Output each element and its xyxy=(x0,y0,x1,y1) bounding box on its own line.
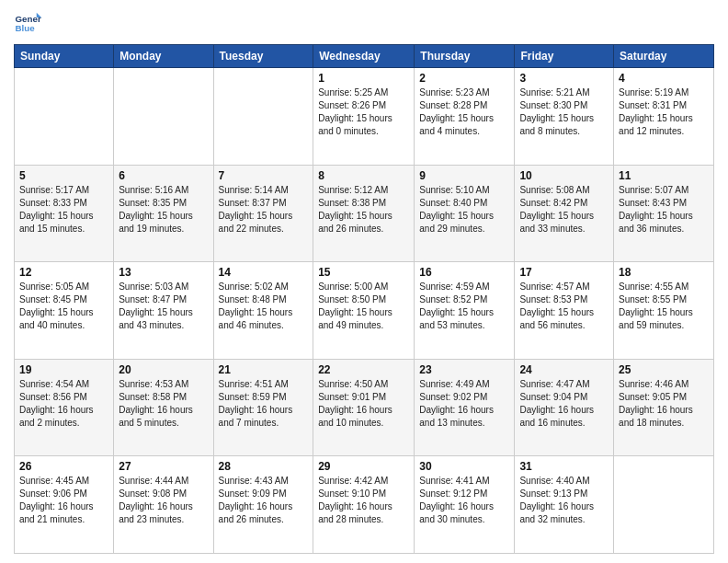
day-number: 31 xyxy=(519,460,609,473)
day-info: Sunrise: 5:00 AM Sunset: 8:50 PM Dayligh… xyxy=(318,281,409,332)
day-cell xyxy=(213,68,313,166)
day-cell: 19Sunrise: 4:54 AM Sunset: 8:56 PM Dayli… xyxy=(15,359,114,456)
day-number: 9 xyxy=(419,169,509,182)
day-cell: 15Sunrise: 5:00 AM Sunset: 8:50 PM Dayli… xyxy=(313,262,415,360)
day-cell: 1Sunrise: 5:25 AM Sunset: 8:26 PM Daylig… xyxy=(313,68,415,166)
day-cell: 17Sunrise: 4:57 AM Sunset: 8:53 PM Dayli… xyxy=(515,262,614,360)
day-number: 25 xyxy=(619,363,709,376)
day-number: 29 xyxy=(318,460,409,473)
week-row-2: 5Sunrise: 5:17 AM Sunset: 8:33 PM Daylig… xyxy=(15,165,714,262)
day-cell: 7Sunrise: 5:14 AM Sunset: 8:37 PM Daylig… xyxy=(213,165,313,262)
day-info: Sunrise: 4:49 AM Sunset: 9:02 PM Dayligh… xyxy=(419,378,509,430)
day-cell: 14Sunrise: 5:02 AM Sunset: 8:48 PM Dayli… xyxy=(213,262,313,360)
day-info: Sunrise: 5:19 AM Sunset: 8:31 PM Dayligh… xyxy=(619,86,709,138)
day-cell: 27Sunrise: 4:44 AM Sunset: 9:08 PM Dayli… xyxy=(114,456,213,554)
day-info: Sunrise: 4:54 AM Sunset: 8:56 PM Dayligh… xyxy=(19,378,108,430)
day-info: Sunrise: 5:16 AM Sunset: 8:35 PM Dayligh… xyxy=(119,184,208,236)
day-info: Sunrise: 4:55 AM Sunset: 8:55 PM Dayligh… xyxy=(619,281,709,332)
day-cell: 13Sunrise: 5:03 AM Sunset: 8:47 PM Dayli… xyxy=(114,262,213,360)
day-cell: 31Sunrise: 4:40 AM Sunset: 9:13 PM Dayli… xyxy=(515,456,614,554)
weekday-header-saturday: Saturday xyxy=(614,45,714,68)
day-info: Sunrise: 5:02 AM Sunset: 8:48 PM Dayligh… xyxy=(219,281,309,332)
day-cell: 18Sunrise: 4:55 AM Sunset: 8:55 PM Dayli… xyxy=(614,262,714,360)
day-info: Sunrise: 4:59 AM Sunset: 8:52 PM Dayligh… xyxy=(419,281,509,332)
week-row-4: 19Sunrise: 4:54 AM Sunset: 8:56 PM Dayli… xyxy=(15,359,714,456)
weekday-header-thursday: Thursday xyxy=(415,45,515,68)
day-info: Sunrise: 5:23 AM Sunset: 8:28 PM Dayligh… xyxy=(419,86,509,138)
day-cell: 2Sunrise: 5:23 AM Sunset: 8:28 PM Daylig… xyxy=(415,68,515,166)
day-info: Sunrise: 5:05 AM Sunset: 8:45 PM Dayligh… xyxy=(19,281,108,332)
day-number: 15 xyxy=(318,266,409,279)
day-cell: 20Sunrise: 4:53 AM Sunset: 8:58 PM Dayli… xyxy=(114,359,213,456)
day-cell: 4Sunrise: 5:19 AM Sunset: 8:31 PM Daylig… xyxy=(614,68,714,166)
day-info: Sunrise: 5:03 AM Sunset: 8:47 PM Dayligh… xyxy=(119,281,208,332)
day-cell: 25Sunrise: 4:46 AM Sunset: 9:05 PM Dayli… xyxy=(614,359,714,456)
day-info: Sunrise: 5:14 AM Sunset: 8:37 PM Dayligh… xyxy=(219,184,309,236)
day-number: 21 xyxy=(219,363,309,376)
day-cell: 22Sunrise: 4:50 AM Sunset: 9:01 PM Dayli… xyxy=(313,359,415,456)
svg-text:Blue: Blue xyxy=(16,23,36,33)
day-info: Sunrise: 4:46 AM Sunset: 9:05 PM Dayligh… xyxy=(619,378,709,430)
day-number: 28 xyxy=(219,460,309,473)
day-cell: 23Sunrise: 4:49 AM Sunset: 9:02 PM Dayli… xyxy=(415,359,515,456)
day-info: Sunrise: 4:42 AM Sunset: 9:10 PM Dayligh… xyxy=(318,475,409,526)
day-number: 8 xyxy=(318,169,409,182)
day-info: Sunrise: 5:10 AM Sunset: 8:40 PM Dayligh… xyxy=(419,184,509,236)
day-number: 20 xyxy=(119,363,208,376)
day-number: 19 xyxy=(19,363,108,376)
day-info: Sunrise: 4:57 AM Sunset: 8:53 PM Dayligh… xyxy=(519,281,609,332)
day-number: 7 xyxy=(219,169,309,182)
day-number: 30 xyxy=(419,460,509,473)
day-number: 26 xyxy=(19,460,108,473)
day-info: Sunrise: 5:17 AM Sunset: 8:33 PM Dayligh… xyxy=(19,184,108,236)
day-cell: 16Sunrise: 4:59 AM Sunset: 8:52 PM Dayli… xyxy=(415,262,515,360)
day-number: 3 xyxy=(519,72,609,85)
day-number: 23 xyxy=(419,363,509,376)
day-info: Sunrise: 4:43 AM Sunset: 9:09 PM Dayligh… xyxy=(219,475,309,526)
day-cell xyxy=(114,68,213,166)
day-number: 22 xyxy=(318,363,409,376)
day-number: 5 xyxy=(19,169,108,182)
day-number: 13 xyxy=(119,266,208,279)
day-info: Sunrise: 5:25 AM Sunset: 8:26 PM Dayligh… xyxy=(318,86,409,138)
logo-icon: General Blue xyxy=(14,9,41,37)
day-cell: 29Sunrise: 4:42 AM Sunset: 9:10 PM Dayli… xyxy=(313,456,415,554)
day-cell: 3Sunrise: 5:21 AM Sunset: 8:30 PM Daylig… xyxy=(515,68,614,166)
header: General Blue xyxy=(14,9,714,37)
day-cell: 5Sunrise: 5:17 AM Sunset: 8:33 PM Daylig… xyxy=(15,165,114,262)
weekday-header-tuesday: Tuesday xyxy=(213,45,313,68)
weekday-header-row: SundayMondayTuesdayWednesdayThursdayFrid… xyxy=(15,45,714,68)
day-cell: 26Sunrise: 4:45 AM Sunset: 9:06 PM Dayli… xyxy=(15,456,114,554)
week-row-5: 26Sunrise: 4:45 AM Sunset: 9:06 PM Dayli… xyxy=(15,456,714,554)
week-row-3: 12Sunrise: 5:05 AM Sunset: 8:45 PM Dayli… xyxy=(15,262,714,360)
logo: General Blue xyxy=(14,9,45,37)
day-cell: 30Sunrise: 4:41 AM Sunset: 9:12 PM Dayli… xyxy=(415,456,515,554)
day-number: 10 xyxy=(519,169,609,182)
day-number: 12 xyxy=(19,266,108,279)
day-number: 14 xyxy=(219,266,309,279)
day-cell: 8Sunrise: 5:12 AM Sunset: 8:38 PM Daylig… xyxy=(313,165,415,262)
day-number: 1 xyxy=(318,72,409,85)
day-cell: 9Sunrise: 5:10 AM Sunset: 8:40 PM Daylig… xyxy=(415,165,515,262)
day-info: Sunrise: 4:51 AM Sunset: 8:59 PM Dayligh… xyxy=(219,378,309,430)
day-cell: 12Sunrise: 5:05 AM Sunset: 8:45 PM Dayli… xyxy=(15,262,114,360)
day-number: 11 xyxy=(619,169,709,182)
day-number: 27 xyxy=(119,460,208,473)
day-cell: 24Sunrise: 4:47 AM Sunset: 9:04 PM Dayli… xyxy=(515,359,614,456)
day-info: Sunrise: 4:44 AM Sunset: 9:08 PM Dayligh… xyxy=(119,475,208,526)
day-info: Sunrise: 5:12 AM Sunset: 8:38 PM Dayligh… xyxy=(318,184,409,236)
day-info: Sunrise: 5:07 AM Sunset: 8:43 PM Dayligh… xyxy=(619,184,709,236)
day-cell: 6Sunrise: 5:16 AM Sunset: 8:35 PM Daylig… xyxy=(114,165,213,262)
day-number: 24 xyxy=(519,363,609,376)
page: General Blue SundayMondayTuesdayWednesda… xyxy=(0,0,728,563)
day-cell: 11Sunrise: 5:07 AM Sunset: 8:43 PM Dayli… xyxy=(614,165,714,262)
day-number: 4 xyxy=(619,72,709,85)
day-cell: 28Sunrise: 4:43 AM Sunset: 9:09 PM Dayli… xyxy=(213,456,313,554)
day-info: Sunrise: 4:47 AM Sunset: 9:04 PM Dayligh… xyxy=(519,378,609,430)
weekday-header-monday: Monday xyxy=(114,45,213,68)
day-number: 2 xyxy=(419,72,509,85)
day-info: Sunrise: 4:41 AM Sunset: 9:12 PM Dayligh… xyxy=(419,475,509,526)
weekday-header-wednesday: Wednesday xyxy=(313,45,415,68)
day-info: Sunrise: 5:21 AM Sunset: 8:30 PM Dayligh… xyxy=(519,86,609,138)
day-info: Sunrise: 4:45 AM Sunset: 9:06 PM Dayligh… xyxy=(19,475,108,526)
